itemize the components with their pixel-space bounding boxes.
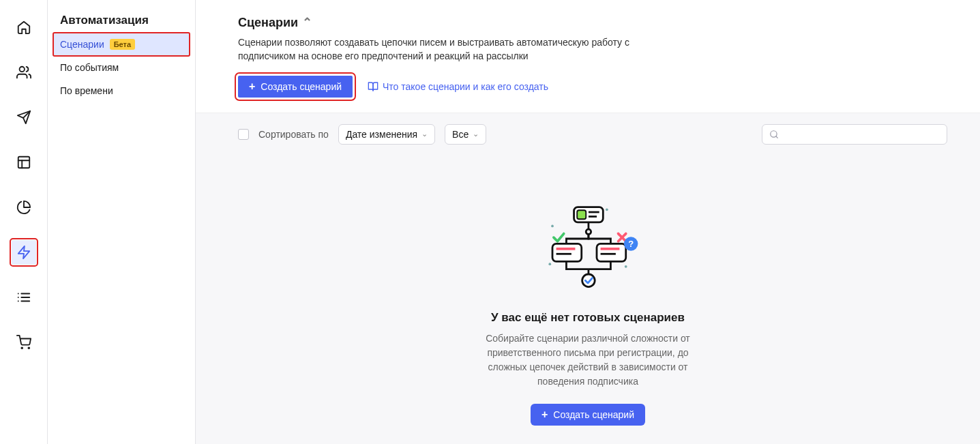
button-label: Создать сценарий (261, 81, 342, 92)
svg-point-20 (586, 229, 591, 234)
link-label: Что такое сценарии и как его создать (383, 81, 548, 92)
icon-rail (0, 0, 48, 444)
svg-point-12 (28, 347, 29, 349)
empty-state: ? У вас ещё нет готовых сцена (196, 156, 980, 444)
search-input[interactable] (784, 129, 940, 139)
select-value: Все (452, 129, 469, 140)
rail-list[interactable] (12, 285, 36, 310)
rail-stats[interactable] (12, 195, 36, 220)
svg-point-36 (551, 224, 554, 227)
search-icon (769, 130, 779, 139)
cart-icon (16, 335, 31, 350)
home-icon (16, 20, 31, 35)
users-icon (16, 65, 31, 80)
list-icon (16, 290, 31, 305)
rail-layout[interactable] (12, 150, 36, 175)
chevron-down-icon: ⌄ (421, 130, 428, 138)
automation-icon (16, 245, 31, 260)
create-scenario-button[interactable]: + Создать сценарий (238, 76, 353, 98)
page-header: Сценарии ⌃ Сценарии позволяют создавать … (196, 0, 980, 113)
beta-badge: Бета (110, 39, 135, 50)
select-all-checkbox[interactable] (238, 129, 249, 140)
search-field[interactable] (762, 124, 947, 145)
piechart-icon (16, 200, 31, 215)
svg-point-0 (19, 67, 24, 72)
sidenav-item-scenarios[interactable]: Сценарии Бета (53, 33, 190, 56)
sort-select[interactable]: Дате изменения ⌄ (338, 124, 435, 145)
page-title: Сценарии (238, 16, 298, 30)
rail-send[interactable] (12, 105, 36, 130)
help-link[interactable]: Что такое сценарии и как его создать (368, 81, 548, 92)
svg-point-35 (606, 208, 608, 211)
plus-icon: + (249, 81, 255, 92)
plus-icon: + (541, 409, 548, 420)
svg-rect-16 (577, 210, 586, 219)
rail-contacts[interactable] (12, 60, 36, 85)
rail-home[interactable] (12, 15, 36, 40)
sidenav-item-by-time[interactable]: По времени (53, 79, 190, 102)
filter-select[interactable]: Все ⌄ (445, 124, 486, 145)
chevron-down-icon: ⌄ (473, 130, 479, 138)
svg-marker-4 (18, 246, 29, 258)
empty-illustration: ? (537, 203, 639, 292)
sidenav-item-label: Сценарии (60, 39, 104, 50)
secondary-sidebar: Автоматизация Сценарии Бета По событиям … (48, 0, 196, 444)
svg-text:?: ? (628, 239, 634, 249)
select-value: Дате изменения (346, 129, 417, 140)
sidenav-title: Автоматизация (53, 14, 190, 33)
list-toolbar: Сортировать по Дате изменения ⌄ Все ⌄ (196, 113, 980, 156)
empty-title: У вас ещё нет готовых сценариев (491, 311, 685, 325)
svg-point-11 (21, 347, 23, 349)
svg-point-33 (548, 263, 551, 265)
send-icon (16, 110, 31, 125)
empty-create-scenario-button[interactable]: + Создать сценарий (531, 404, 645, 426)
book-icon (368, 81, 378, 92)
sidenav-item-by-events[interactable]: По событиям (53, 56, 190, 79)
page-description: Сценарии позволяют создавать цепочки пис… (238, 35, 674, 63)
svg-rect-23 (552, 243, 582, 261)
content-area: Сортировать по Дате изменения ⌄ Все ⌄ (196, 113, 980, 444)
svg-rect-1 (18, 157, 29, 168)
main-content: Сценарии ⌃ Сценарии позволяют создавать … (196, 0, 980, 444)
sidenav-item-label: По времени (60, 85, 113, 96)
rail-cart[interactable] (12, 330, 36, 355)
empty-description: Собирайте сценарии различной сложности о… (482, 331, 694, 389)
button-label: Создать сценарий (553, 409, 634, 420)
svg-line-14 (776, 136, 778, 138)
layout-icon (16, 155, 31, 170)
sort-label: Сортировать по (258, 129, 329, 140)
svg-point-32 (582, 274, 595, 287)
sidenav-item-label: По событиям (60, 62, 119, 73)
svg-rect-26 (597, 243, 626, 261)
page-title-row[interactable]: Сценарии ⌃ (238, 15, 947, 30)
header-actions: + Создать сценарий Что такое сценарии и … (238, 76, 947, 98)
chevron-up-icon: ⌃ (302, 15, 312, 30)
rail-automation[interactable] (12, 240, 36, 265)
svg-point-34 (625, 265, 627, 268)
